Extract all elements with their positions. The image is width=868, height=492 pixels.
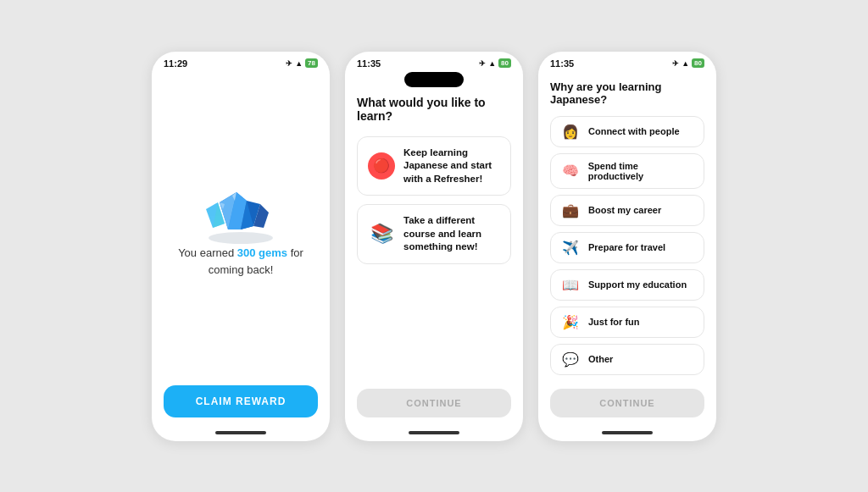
screen2-content: What would you like to learn? 🔴 Keep lea… [345,89,523,426]
screen-3: 11:35 ✈ ▲ 80 Why are you learning Japane… [538,52,716,441]
option-new-course[interactable]: 📚 Take a different course and learn some… [357,204,511,264]
svg-point-0 [209,232,273,244]
airplane-icon: ✈ [286,59,292,68]
gems-count: 300 gems [237,246,287,259]
status-bar-2: 11:35 ✈ ▲ 80 [345,52,523,72]
reason-education-label: Support my education [588,279,687,290]
home-indicator-3 [602,431,653,434]
reason-fun[interactable]: 🎉 Just for fun [550,307,704,338]
screen3-content: Why are you learning Japanese? 👩 Connect… [538,72,716,426]
gems-illustration [194,177,287,245]
home-indicator-1 [215,431,266,434]
reason-travel-label: Prepare for travel [588,242,665,252]
screen2-title: What would you like to learn? [357,96,511,123]
time-2: 11:35 [357,58,381,69]
fun-icon: 🎉 [559,314,581,330]
time-3: 11:35 [550,58,574,69]
battery-2: 80 [498,58,511,68]
airplane-icon-3: ✈ [672,59,679,68]
status-bar-1: 11:29 ✈ ▲ 78 [152,52,330,72]
reason-productive[interactable]: 🧠 Spend time productively [550,153,704,189]
option-new-course-label: Take a different course and learn someth… [403,214,500,254]
dynamic-island [404,72,464,87]
briefcase-icon: 💼 [559,202,581,218]
status-icons-1: ✈ ▲ 78 [286,58,318,68]
wifi-icon: ▲ [295,59,303,68]
reason-connect[interactable]: 👩 Connect with people [550,116,704,147]
reason-travel[interactable]: ✈️ Prepare for travel [550,232,704,263]
brain-icon: 🧠 [559,163,581,179]
reason-connect-label: Connect with people [588,126,680,136]
continue-button-2[interactable]: CONTINUE [357,389,511,417]
wifi-icon-3: ▲ [682,59,689,68]
wifi-icon-2: ▲ [488,59,496,68]
reason-career[interactable]: 💼 Boost my career [550,195,704,226]
screen3-title: Why are you learning Japanese? [550,80,704,106]
connect-icon: 👩 [559,124,581,140]
claim-reward-button[interactable]: CLAIM REWARD [164,385,318,417]
screens-container: 11:29 ✈ ▲ 78 [152,52,716,441]
education-icon: 📖 [559,277,581,293]
travel-icon: ✈️ [559,240,581,256]
status-icons-3: ✈ ▲ 80 [672,58,704,68]
battery-3: 80 [692,58,704,68]
time-1: 11:29 [164,58,187,69]
home-indicator-2 [409,431,459,434]
option-refresher-label: Keep learning Japanese and start with a … [403,146,500,186]
reason-productive-label: Spend time productively [588,161,695,181]
continue-button-3[interactable]: CONTINUE [550,389,704,417]
screen-1: 11:29 ✈ ▲ 78 [152,52,330,441]
other-icon: 💬 [559,351,581,368]
reason-fun-label: Just for fun [588,317,640,327]
battery-1: 78 [305,58,318,68]
option-refresher[interactable]: 🔴 Keep learning Japanese and start with … [357,136,511,196]
reason-education[interactable]: 📖 Support my education [550,269,704,301]
screen-2: 11:35 ✈ ▲ 80 What would you like to lear… [345,52,523,441]
books-icon: 📚 [368,220,395,247]
status-icons-2: ✈ ▲ 80 [479,58,511,68]
reason-other-label: Other [588,354,613,364]
reason-other[interactable]: 💬 Other [550,344,704,375]
reason-career-label: Boost my career [588,205,661,215]
japanese-flag-icon: 🔴 [368,152,395,180]
earned-text: You earned 300 gems for coming back! [164,245,318,278]
status-bar-3: 11:35 ✈ ▲ 80 [538,52,716,72]
airplane-icon-2: ✈ [479,59,486,68]
gems-area: You earned 300 gems for coming back! [164,82,318,382]
screen1-content: You earned 300 gems for coming back! CLA… [152,72,330,426]
